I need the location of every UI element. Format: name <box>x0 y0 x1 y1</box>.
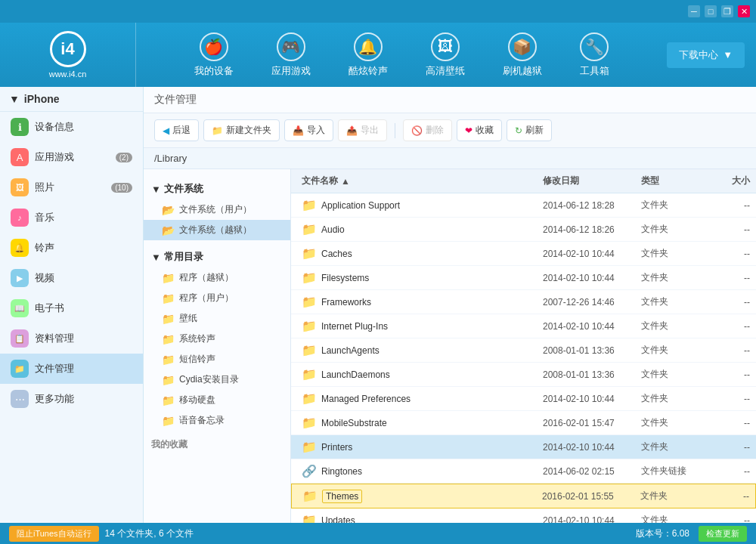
table-row[interactable]: 📁 Printers 2014-02-10 10:44 文件夹 -- <box>291 435 756 459</box>
table-row[interactable]: 📁 Updates 2014-02-10 10:44 文件夹 -- <box>291 508 756 523</box>
update-button[interactable]: 检查更新 <box>699 526 747 542</box>
table-row[interactable]: 📁 Filesystems 2014-02-10 10:44 文件夹 -- <box>291 266 756 290</box>
table-row[interactable]: 📁 Audio 2014-06-12 18:26 文件夹 -- <box>291 218 756 242</box>
filesystem-header[interactable]: ▼ 文件系统 <box>144 178 290 199</box>
sms-ringtone-label: 短信铃声 <box>179 353 215 366</box>
file-type-cell: 文件夹 <box>635 218 703 240</box>
download-label: 下载中心 <box>679 48 718 62</box>
col-type-header[interactable]: 类型 <box>635 169 703 193</box>
tree-cydia[interactable]: 📁 Cydia安装目录 <box>144 369 290 390</box>
tree-mobile-drive[interactable]: 📁 移动硬盘 <box>144 390 290 410</box>
logo: i4 www.i4.cn <box>0 23 136 87</box>
nav-toolbox-icon: 🔧 <box>580 32 609 61</box>
file-name: Audio <box>321 224 345 235</box>
file-size-cell: -- <box>703 437 756 457</box>
folder-icon: 📁 <box>302 198 317 212</box>
sidebar-item-music[interactable]: ♪ 音乐 <box>0 202 143 233</box>
nav-ringtones[interactable]: 🔔 酷炫铃声 <box>333 26 403 84</box>
sidebar-item-ringtones[interactable]: 🔔 铃声 <box>0 233 143 263</box>
data-icon: 📋 <box>11 329 29 348</box>
content-title: 文件管理 <box>154 93 197 105</box>
maximize-button[interactable]: □ <box>705 5 717 17</box>
tree-fs-user[interactable]: 📂 文件系统（用户） <box>144 199 290 220</box>
table-row[interactable]: 📁 Frameworks 2007-12-26 14:46 文件夹 -- <box>291 290 756 314</box>
fs-user-label: 文件系统（用户） <box>179 203 252 216</box>
tree-panel: ▼ 文件系统 📂 文件系统（用户） 📂 文件系统（越狱） ▼ <box>144 169 291 523</box>
tree-prog-user[interactable]: 📁 程序（用户） <box>144 288 290 308</box>
tree-sms-ringtone[interactable]: 📁 短信铃声 <box>144 349 290 369</box>
file-date-cell: 2014-02-10 10:44 <box>537 511 635 524</box>
delete-button[interactable]: 🚫 删除 <box>403 119 452 141</box>
col-name-header[interactable]: 文件名称 ▲ <box>291 169 537 193</box>
sidebar-item-ebooks[interactable]: 📖 电子书 <box>0 293 143 323</box>
col-date-header[interactable]: 修改日期 <box>537 169 635 193</box>
tree-voice-memo[interactable]: 📁 语音备忘录 <box>144 410 290 431</box>
table-row[interactable]: 📁 Managed Preferences 2014-02-10 10:44 文… <box>291 387 756 411</box>
table-row[interactable]: 📁 Application Support 2014-06-12 18:28 文… <box>291 193 756 218</box>
sidebar-item-data[interactable]: 📋 资料管理 <box>0 323 143 354</box>
table-row[interactable]: 📁 Internet Plug-Ins 2014-02-10 10:44 文件夹… <box>291 314 756 338</box>
sidebar-item-apps[interactable]: A 应用游戏 (2) <box>0 142 143 172</box>
refresh-button[interactable]: ↻ 刷新 <box>507 119 552 141</box>
export-button[interactable]: 📤 导出 <box>338 119 387 141</box>
file-type-cell: 文件夹 <box>635 436 703 458</box>
sidebar-item-photos[interactable]: 🖼 照片 (10) <box>0 172 143 202</box>
folder-icon: 📁 <box>302 367 317 382</box>
file-name-cell: 📁 Filesystems <box>291 266 537 289</box>
sidebar-item-video[interactable]: ▶ 视频 <box>0 263 143 293</box>
prog-user-icon: 📁 <box>162 292 175 304</box>
file-rows-container: 📁 Application Support 2014-06-12 18:28 文… <box>291 193 756 523</box>
file-name-cell: 📁 Frameworks <box>291 290 537 314</box>
new-folder-button[interactable]: 📁 新建文件夹 <box>203 119 280 141</box>
file-name-cell: 📁 Internet Plug-Ins <box>291 314 537 338</box>
sidebar-item-files[interactable]: 📁 文件管理 <box>0 354 143 384</box>
fs-jailbreak-label: 文件系统（越狱） <box>179 224 252 236</box>
nav-wallpaper[interactable]: 🖼 高清壁纸 <box>411 26 480 84</box>
back-button[interactable]: ◀ 后退 <box>154 119 199 141</box>
sidebar-item-device-info[interactable]: ℹ 设备信息 <box>0 112 143 142</box>
apps-icon: A <box>11 148 29 166</box>
table-row[interactable]: 📁 LaunchAgents 2008-01-01 13:36 文件夹 -- <box>291 338 756 363</box>
tree-sys-ringtone[interactable]: 📁 系统铃声 <box>144 329 290 349</box>
files-icon: 📁 <box>11 360 29 378</box>
cydia-icon: 📁 <box>162 374 175 386</box>
close-button[interactable]: ✕ <box>738 5 750 17</box>
nav-apps-label: 应用游戏 <box>271 64 311 78</box>
table-row[interactable]: 🔗 Ringtones 2014-06-02 02:15 文件夹链接 -- <box>291 459 756 484</box>
file-date-cell: 2008-01-01 13:36 <box>537 341 635 360</box>
table-row[interactable]: 📁 MobileSubstrate 2016-02-01 15:47 文件夹 -… <box>291 411 756 435</box>
file-date-cell: 2014-02-10 10:44 <box>537 244 635 264</box>
back-icon: ◀ <box>163 125 169 136</box>
folder-icon: 📁 <box>302 270 317 285</box>
itunes-warning[interactable]: 阻止iTunes自动运行 <box>9 526 99 542</box>
restore-button[interactable]: ❐ <box>721 5 733 17</box>
status-left: 阻止iTunes自动运行 14 个文件夹, 6 个文件 <box>9 526 194 542</box>
nav-toolbox[interactable]: 🔧 工具箱 <box>565 26 624 84</box>
sidebar-item-more[interactable]: ⋯ 更多功能 <box>0 384 143 414</box>
file-date-cell: 2014-02-10 10:44 <box>537 317 635 336</box>
table-row[interactable]: 📁 LaunchDaemons 2008-01-01 13:36 文件夹 -- <box>291 363 756 387</box>
favorite-button[interactable]: ❤ 收藏 <box>457 119 502 141</box>
file-size-cell: -- <box>703 292 756 312</box>
file-size-cell: -- <box>702 487 755 506</box>
table-row[interactable]: 📁 Themes 2016-02-01 15:55 文件夹 -- <box>291 484 756 508</box>
file-area: ▼ 文件系统 📂 文件系统（用户） 📂 文件系统（越狱） ▼ <box>144 169 756 523</box>
sidebar-apps-label: 应用游戏 <box>35 150 74 164</box>
nav-my-device[interactable]: 🍎 我的设备 <box>179 26 249 84</box>
download-button[interactable]: 下载中心 ▼ <box>667 42 745 68</box>
file-size-cell: -- <box>703 317 756 336</box>
nav-apps[interactable]: 🎮 应用游戏 <box>256 26 326 84</box>
import-button[interactable]: 📥 导入 <box>284 119 333 141</box>
tree-wallpaper[interactable]: 📁 壁纸 <box>144 308 290 329</box>
col-size-header[interactable]: 大小 <box>703 169 756 193</box>
tree-fs-jailbreak[interactable]: 📂 文件系统（越狱） <box>144 220 290 240</box>
file-size-cell: -- <box>703 389 756 409</box>
tree-prog-jb[interactable]: 📁 程序（越狱） <box>144 267 290 288</box>
fs-label: 文件系统 <box>164 182 203 196</box>
sidebar-photos-label: 照片 <box>35 181 54 194</box>
table-row[interactable]: 📁 Caches 2014-02-10 10:44 文件夹 -- <box>291 242 756 266</box>
minimize-button[interactable]: ─ <box>688 5 700 17</box>
common-header[interactable]: ▼ 常用目录 <box>144 246 290 267</box>
nav-jailbreak[interactable]: 📦 刷机越狱 <box>488 26 557 84</box>
video-icon: ▶ <box>11 269 29 287</box>
